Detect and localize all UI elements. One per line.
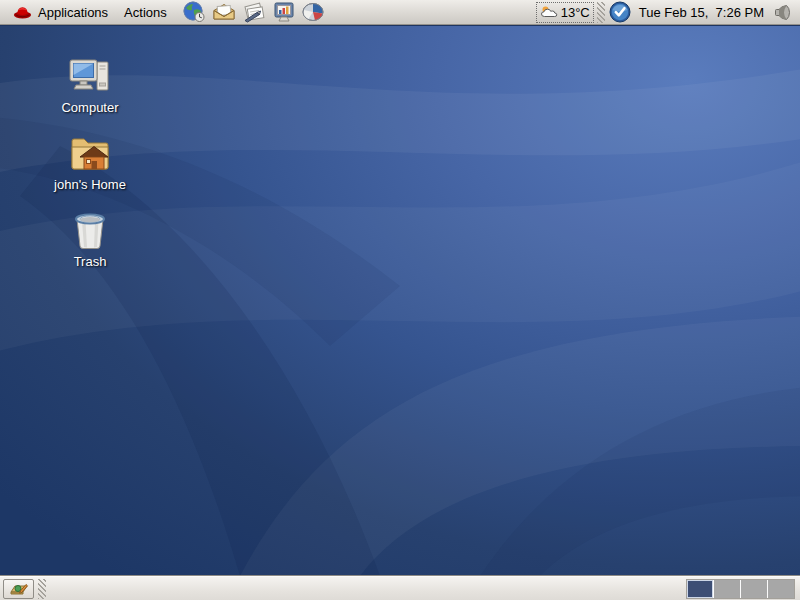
web-browser-icon: [182, 1, 206, 23]
desktop-icon-computer[interactable]: Computer: [50, 57, 130, 115]
word-processor-icon: [241, 2, 266, 23]
clock-applet[interactable]: Tue Feb 15, 7:26 PM: [632, 1, 771, 24]
clock-text: Tue Feb 15, 7:26 PM: [639, 5, 764, 20]
weather-temperature: 13°C: [561, 5, 590, 20]
volume-applet[interactable]: [771, 1, 793, 24]
desktop-icon-label: Computer: [61, 100, 118, 115]
actions-menu[interactable]: Actions: [116, 1, 175, 24]
web-browser-launcher[interactable]: [181, 1, 207, 24]
desktop-icon-column: Computer john's Home: [50, 57, 130, 269]
email-launcher[interactable]: [211, 1, 237, 24]
desktop-icon-label: john's Home: [54, 177, 126, 192]
spreadsheet-launcher[interactable]: [301, 1, 327, 24]
show-desktop-button[interactable]: [3, 579, 34, 599]
panel-launchers: [181, 1, 327, 24]
home-folder-icon: [67, 134, 113, 174]
update-notifier[interactable]: [608, 1, 632, 24]
email-icon: [212, 2, 236, 22]
weather-applet[interactable]: 13°C: [536, 2, 594, 23]
taskbar-drag-handle[interactable]: [38, 579, 46, 599]
trash-can-icon: [68, 211, 112, 251]
top-panel: Applications Actions: [0, 0, 800, 25]
bottom-panel: [0, 576, 800, 600]
desktop-screen: Applications Actions: [0, 0, 800, 600]
desktop-icon-home[interactable]: john's Home: [50, 134, 130, 192]
weather-cloud-icon: [540, 5, 559, 19]
presentation-launcher[interactable]: [271, 1, 297, 24]
applications-menu-label: Applications: [38, 5, 108, 20]
volume-speaker-icon: [774, 4, 791, 21]
workspace-2[interactable]: [714, 580, 740, 598]
workspace-switcher: [686, 579, 795, 599]
workspace-1[interactable]: [687, 580, 713, 598]
desktop-icon-trash[interactable]: Trash: [50, 211, 130, 269]
workspace-4[interactable]: [768, 580, 794, 598]
desktop-icon-label: Trash: [74, 254, 107, 269]
desktop-background[interactable]: Computer john's Home: [0, 26, 800, 576]
redhat-logo-icon: [13, 5, 32, 19]
actions-menu-label: Actions: [124, 5, 167, 20]
show-desktop-icon: [9, 581, 29, 597]
spreadsheet-icon: [301, 1, 326, 23]
applications-menu[interactable]: Applications: [5, 1, 116, 24]
computer-icon: [68, 57, 112, 97]
workspace-3[interactable]: [741, 580, 767, 598]
update-check-icon: [609, 1, 631, 23]
word-processor-launcher[interactable]: [241, 1, 267, 24]
presentation-icon: [272, 1, 296, 23]
applet-drag-handle[interactable]: [597, 2, 605, 23]
